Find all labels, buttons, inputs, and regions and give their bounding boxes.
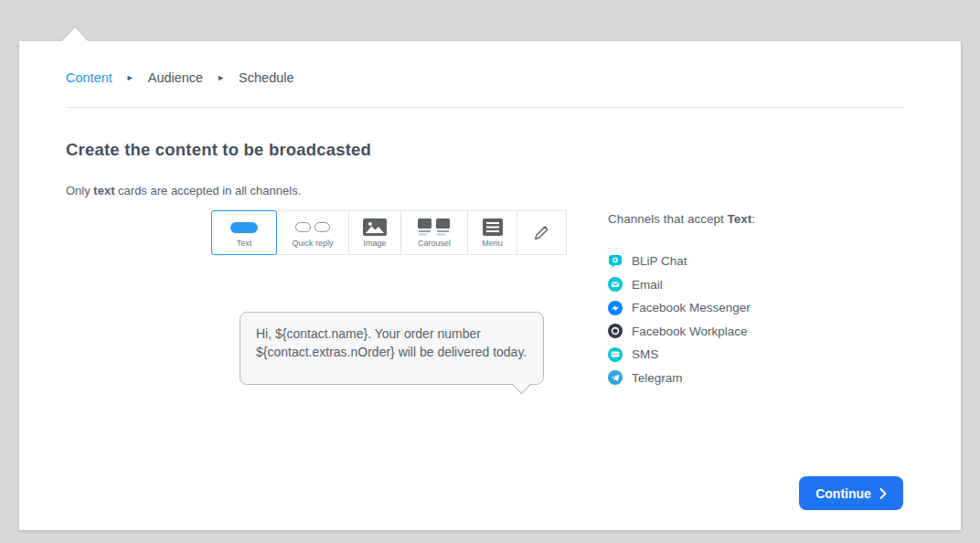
channels-panel: Channels that accept Text: BLiP Chat: [608, 212, 755, 389]
pencil-icon: [534, 224, 549, 242]
card-type-text[interactable]: Text: [211, 210, 277, 255]
card-type-label: Carousel: [418, 240, 451, 248]
sms-icon: [608, 347, 623, 362]
channel-label: Facebook Messenger: [632, 301, 751, 314]
subtitle-bold: text: [93, 184, 114, 197]
continue-button-label: Continue: [815, 486, 871, 501]
channel-label: Email: [632, 278, 663, 292]
panel-caret: [62, 27, 88, 41]
continue-button[interactable]: Continue: [799, 476, 903, 510]
channel-label: SMS: [632, 347, 658, 361]
messenger-icon: [608, 301, 623, 315]
carousel-card-icon: [418, 218, 451, 237]
card-type-quick-reply[interactable]: Quick reply: [276, 210, 349, 255]
channel-label: Telegram: [632, 371, 683, 385]
breadcrumb-step-content[interactable]: Content: [66, 70, 112, 85]
channel-item-blip-chat: BLiP Chat: [608, 250, 755, 273]
telegram-icon: [608, 370, 623, 385]
chevron-right-icon: [879, 488, 887, 499]
edit-card-button[interactable]: [517, 210, 567, 255]
card-type-label: Quick reply: [292, 240, 333, 248]
subtitle: Only text cards are accepted in all chan…: [66, 184, 301, 197]
card-type-menu[interactable]: Menu: [467, 210, 517, 255]
channel-item-telegram: Telegram: [608, 367, 755, 390]
card-type-toolbar: Text Quick reply Image: [212, 210, 567, 255]
channel-item-email: Email: [608, 273, 755, 297]
quick-reply-card-icon: [295, 218, 330, 237]
breadcrumb-step-audience[interactable]: Audience: [148, 70, 203, 85]
text-card-icon: [230, 218, 258, 237]
subtitle-prefix: Only: [66, 184, 93, 197]
channels-header-prefix: Channels that accept: [608, 212, 728, 226]
header-divider: [66, 107, 905, 108]
subtitle-suffix: cards are accepted in all channels.: [114, 184, 301, 197]
card-type-label: Image: [363, 240, 386, 248]
message-preview-text: Hi, ${contact.name}. Your order number $…: [256, 326, 527, 359]
breadcrumb: Content ► Audience ► Schedule: [66, 70, 294, 85]
channel-label: Facebook Workplace: [632, 325, 748, 338]
channel-item-facebook-messenger: Facebook Messenger: [608, 296, 755, 320]
card-type-image[interactable]: Image: [348, 210, 401, 255]
channel-label: BLiP Chat: [632, 254, 687, 268]
email-icon: [608, 277, 623, 292]
image-card-icon: [363, 218, 387, 237]
breadcrumb-arrow-icon: ►: [126, 73, 134, 82]
menu-card-icon: [483, 218, 503, 237]
channel-list: BLiP Chat Email: [608, 250, 755, 389]
page-title: Create the content to be broadcasted: [66, 140, 371, 160]
breadcrumb-step-schedule[interactable]: Schedule: [239, 70, 293, 85]
channels-header-suffix: :: [751, 212, 755, 226]
workplace-icon: [608, 324, 623, 338]
message-preview-card[interactable]: Hi, ${contact.name}. Your order number $…: [240, 312, 544, 385]
card-type-label: Text: [237, 240, 252, 248]
breadcrumb-arrow-icon: ►: [217, 73, 225, 82]
channels-header: Channels that accept Text:: [608, 212, 755, 226]
broadcast-wizard-panel: Content ► Audience ► Schedule Create the…: [19, 41, 961, 530]
card-type-label: Menu: [482, 240, 503, 248]
card-type-carousel[interactable]: Carousel: [400, 210, 468, 255]
channels-header-bold: Text: [728, 212, 752, 226]
channel-item-sms: SMS: [608, 343, 755, 367]
channel-item-facebook-workplace: Facebook Workplace: [608, 320, 755, 344]
blip-chat-icon: [608, 254, 623, 269]
